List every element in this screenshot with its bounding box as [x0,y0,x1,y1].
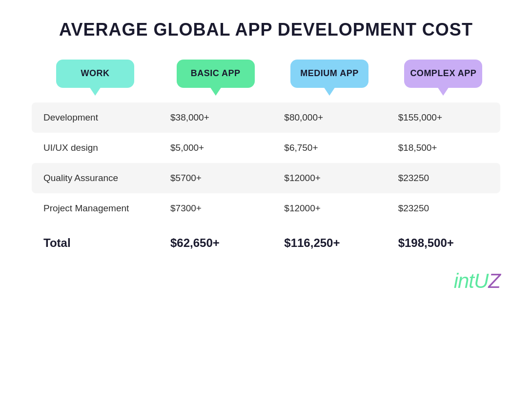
table-row: UI/UX design$5,000+$6,750+$18,500+ [32,133,500,163]
row-label: Quality Assurance [32,163,159,193]
row-complex: $155,000+ [387,102,500,133]
header-complex: COMPLEX APP [387,60,500,88]
total-row: Total$62,650+$116,250+$198,500+ [32,225,500,261]
row-basic: $5,000+ [159,133,272,163]
total-label: Total [32,225,159,261]
row-medium: $80,000+ [272,102,386,133]
table-container: WORK BASIC APP MEDIUM APP COMPLEX APP De… [32,60,500,261]
row-complex: $23250 [387,193,500,224]
header-medium: MEDIUM APP [272,60,386,88]
bubble-work: WORK [56,60,134,88]
row-basic: $7300+ [159,193,272,224]
row-label: Project Management [32,193,159,224]
row-medium: $12000+ [272,163,386,193]
row-label: UI/UX design [32,133,159,163]
logo-z: Z [488,269,500,292]
row-basic: $38,000+ [159,102,272,133]
header-basic: BASIC APP [159,60,272,88]
header-work: WORK [32,60,159,88]
row-medium: $6,750+ [272,133,386,163]
page-title: AVERAGE GLOBAL APP DEVELOPMENT COST [59,20,473,40]
logo-container: intUZ [32,269,500,293]
total-value: $62,650+ [159,225,272,261]
total-value: $116,250+ [272,225,386,261]
bubble-medium: MEDIUM APP [290,60,368,88]
data-table: Development$38,000+$80,000+$155,000+UI/U… [32,102,500,261]
logo-main: intU [454,269,489,292]
row-medium: $12000+ [272,193,386,224]
table-row: Development$38,000+$80,000+$155,000+ [32,102,500,133]
header-row: WORK BASIC APP MEDIUM APP COMPLEX APP [32,60,500,88]
table-row: Quality Assurance$5700+$12000+$23250 [32,163,500,193]
bubble-basic: BASIC APP [177,60,255,88]
row-label: Development [32,102,159,133]
logo: intUZ [454,269,500,293]
row-complex: $23250 [387,163,500,193]
total-value: $198,500+ [387,225,500,261]
bubble-complex: COMPLEX APP [404,60,482,88]
row-complex: $18,500+ [387,133,500,163]
table-row: Project Management$7300+$12000+$23250 [32,193,500,224]
row-basic: $5700+ [159,163,272,193]
